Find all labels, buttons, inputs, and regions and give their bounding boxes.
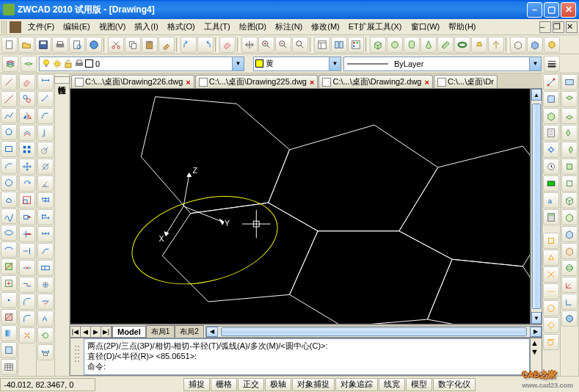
join-button[interactable] [19,277,35,293]
mdi-close-button[interactable]: ✕ [566,21,578,33]
scroll-up-icon[interactable]: ▲ [531,338,542,347]
osnap-cen-button[interactable] [543,300,559,316]
print-button[interactable] [52,37,68,53]
pan-button[interactable] [241,37,258,53]
drawing-canvas[interactable]: X Y Z [70,88,531,324]
undo-button[interactable] [181,37,197,53]
prev-tab-button[interactable]: ◀ [81,327,91,337]
osnap-tan-button[interactable] [543,334,559,350]
model-tab[interactable]: Model [112,326,146,338]
last-tab-button[interactable]: ▶| [101,327,112,337]
dim-linear-button[interactable] [37,74,54,90]
menu-ettools[interactable]: ET扩展工具(X) [344,20,407,34]
coordinates[interactable]: -40.012, 82.3467, 0 [0,378,95,391]
dropdown-icon[interactable]: ▼ [329,57,341,70]
next-tab-button[interactable]: ▶ [91,327,101,337]
osnap-int-button[interactable] [543,266,559,283]
horizontal-scrollbar[interactable]: ◀ ▶ [205,326,542,338]
layer-manager-button[interactable] [2,56,18,72]
right-view-button[interactable] [561,142,578,158]
ucs-button[interactable] [561,277,578,293]
color-combo[interactable]: 黄 ▼ [253,57,341,71]
extend-button[interactable] [19,243,35,259]
osnap-ext-button[interactable] [543,283,559,300]
arc-button[interactable] [1,158,17,174]
close-button[interactable]: ✕ [561,2,576,18]
table-button[interactable] [1,359,17,375]
doc-tab[interactable]: C:\...\桌面\Drawing2.dwg× [318,75,432,88]
menu-file[interactable]: 文件(F) [23,20,59,34]
snap-toggle[interactable]: 捕捉 [183,378,210,391]
hide-button[interactable] [510,37,526,53]
doc-tab[interactable]: C:\...\桌面\Drawing226.dwg× [71,75,194,88]
menu-insert[interactable]: 插入(I) [130,20,162,34]
insert-block-button[interactable] [1,258,17,275]
hatch-button[interactable] [1,309,17,325]
status-button[interactable] [543,175,559,192]
left-view-button[interactable] [561,125,578,141]
publish-button[interactable] [86,37,102,53]
polar-toggle[interactable]: 极轴 [265,378,291,391]
osnap-toggle[interactable]: 对象捕捉 [292,378,335,391]
array-button[interactable] [19,142,35,158]
redo-button[interactable] [197,37,214,53]
scroll-down-icon[interactable]: ▼ [531,347,542,356]
otrack-toggle[interactable]: 对象追踪 [335,378,378,391]
doc-tab[interactable]: C:\...\桌面\Dr [434,75,498,88]
dim-quick-button[interactable] [37,192,54,208]
menu-dimension[interactable]: 标注(N) [271,20,307,34]
layer-combo[interactable]: 0 ▼ [39,57,244,71]
cut-button[interactable] [108,37,124,53]
properties-palette-tab[interactable]: 特性面板 [54,76,70,84]
nw-iso-button[interactable] [561,243,578,259]
pline-button[interactable] [1,108,17,124]
minimize-button[interactable]: – [527,2,542,18]
osnap-qua-button[interactable] [543,317,559,333]
grip-icon[interactable] [70,338,84,375]
explode-button[interactable] [19,327,35,344]
new-button[interactable] [1,37,18,53]
menu-tools[interactable]: 工具(T) [200,20,235,34]
polygon-button[interactable] [1,124,17,140]
menu-view[interactable]: 视图(V) [95,20,131,34]
sw-iso-button[interactable] [561,192,578,208]
ellipse-button[interactable] [1,225,17,241]
front-view-button[interactable] [561,159,578,175]
paste-button[interactable] [142,37,158,53]
menu-draw[interactable]: 绘图(D) [235,20,271,34]
properties-button[interactable] [314,37,330,53]
digitizer-toggle[interactable]: 数字化仪 [433,378,476,391]
named-views-button[interactable] [561,74,578,90]
top-view-button[interactable] [561,91,578,107]
leader-button[interactable] [37,243,54,259]
torus-button[interactable] [454,37,470,53]
ucs-world-button[interactable] [561,311,578,327]
scroll-up-icon[interactable]: ▲ [531,89,542,101]
doc-tab[interactable]: C:\...\桌面\Drawing225.dwg× [195,75,318,88]
break-button[interactable] [19,260,35,276]
open-button[interactable] [18,37,34,53]
ucs-prev-button[interactable] [561,294,578,310]
dim-update-button[interactable] [37,327,54,344]
close-tab-icon[interactable]: × [186,78,190,87]
save-button[interactable] [35,37,51,53]
mdi-restore-button[interactable]: ❐ [553,21,564,33]
erase-button[interactable] [19,74,35,90]
sphere-button[interactable] [387,37,403,53]
point-button[interactable] [1,292,17,308]
layer-prev-button[interactable] [21,56,37,72]
first-tab-button[interactable]: |◀ [70,327,81,337]
move-button[interactable] [19,159,35,175]
copy-button[interactable] [125,37,141,53]
tolerance-button[interactable] [37,260,54,276]
back-view-button[interactable] [561,175,578,192]
menu-window[interactable]: 窗口(W) [407,20,445,34]
scroll-thumb[interactable] [221,327,527,336]
menu-help[interactable]: 帮助(H) [444,20,480,34]
box-button[interactable] [370,37,386,53]
close-tab-icon[interactable]: × [310,78,314,87]
dim-edit-button[interactable] [37,294,54,310]
xline-button[interactable] [1,91,17,107]
dim-continue-button[interactable] [37,226,54,242]
mirror-button[interactable] [19,108,35,124]
